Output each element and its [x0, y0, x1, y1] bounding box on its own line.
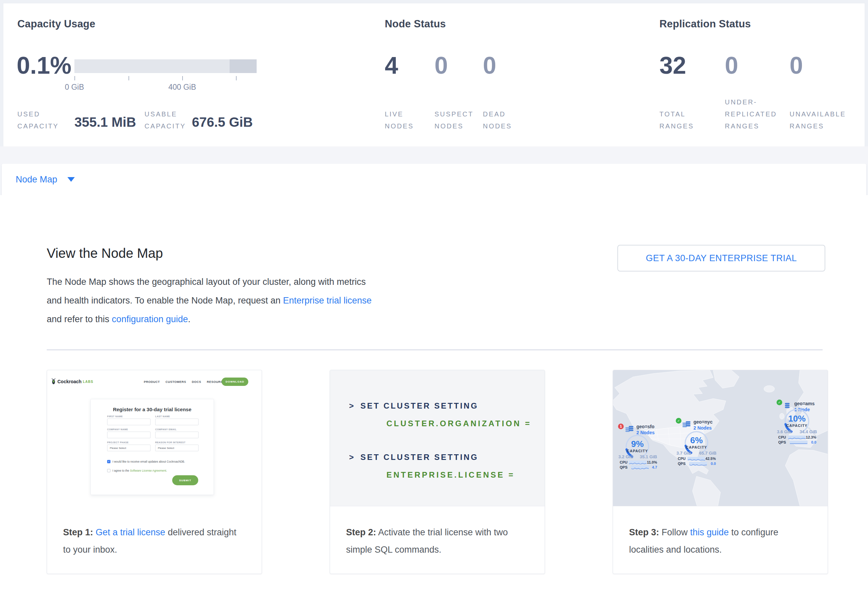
- total-ranges-label-line2: RANGES: [660, 120, 694, 132]
- under-replicated-ranges-count: 0: [725, 53, 738, 77]
- configuration-guide-link[interactable]: configuration guide: [112, 314, 188, 324]
- under-replicated-label-line2: REPLICATED: [725, 108, 777, 120]
- qps-stat-row: QPS 0.0: [678, 462, 716, 466]
- view-selector-label: Node Map: [16, 174, 58, 185]
- section-divider: [47, 350, 822, 350]
- suspect-nodes-label-line1: SUSPECT: [434, 108, 474, 120]
- step3-card: 1 geo=sfo 2 Nodes 9% CAPACITY 3.2 GiB 35…: [613, 370, 828, 574]
- reason-for-interest-select: Please Select: [155, 444, 199, 451]
- last-name-input: [155, 419, 199, 425]
- healthy-badge-icon: ✓: [776, 400, 782, 405]
- mini-submit-button: SUBMIT: [172, 475, 198, 485]
- qps-stat-row: QPS 4.7: [620, 465, 657, 469]
- cpu-label: CPU: [678, 456, 688, 461]
- qps-label: QPS: [678, 462, 689, 466]
- agreement-text: I agree to the: [112, 469, 130, 472]
- field-reason-for-interest: REASON FOR INTEREST Please Select: [155, 441, 199, 451]
- dead-nodes-count: 0: [483, 53, 496, 77]
- step2-label: Step 2:: [346, 527, 376, 537]
- replication-status-title: Replication Status: [660, 18, 751, 30]
- capacity-axis-label-400: 400 GiB: [155, 83, 209, 92]
- capacity-percent: 6%: [686, 435, 707, 446]
- field-label: COMPANY EMAIL: [155, 428, 199, 431]
- empty-checkbox-icon: [107, 469, 111, 472]
- step3-caption: Step 3: Follow this guide to configure l…: [613, 506, 828, 558]
- step1-text-pre: [93, 527, 96, 537]
- sql-arg-1: CLUSTER.ORGANIZATION =: [387, 419, 531, 428]
- form-fields-grid: FIRST NAME LAST NAME COMPANY NAME COMPAN…: [107, 415, 199, 451]
- license-agreement-label: I agree to the Software License Agreemen…: [112, 469, 167, 472]
- total-ranges-label-line1: TOTAL: [660, 108, 694, 120]
- unavailable-label-line2: RANGES: [790, 120, 846, 132]
- used-gib: 3.6 GiB: [777, 429, 792, 434]
- healthy-badge-icon: ✓: [676, 418, 682, 424]
- cpu-value: 11.0%: [647, 460, 657, 464]
- usable-capacity-label-line2: CAPACITY: [145, 120, 186, 132]
- unavailable-ranges-count: 0: [790, 53, 803, 77]
- node-map-promo-section: View the Node Map The Node Map shows the…: [0, 195, 868, 593]
- chevron-down-icon: [67, 177, 75, 182]
- suspect-nodes-count: 0: [434, 53, 448, 77]
- capacity-axis-tick: [74, 76, 75, 80]
- email-updates-checkbox-row: ✓ I would like to receive email updates …: [107, 460, 185, 463]
- capacity-used-percent: 0.1%: [17, 53, 71, 77]
- field-first-name: FIRST NAME: [107, 415, 151, 425]
- capacity-axis-tick: [182, 76, 183, 80]
- view-selector-area: Node Map: [0, 164, 868, 195]
- brand-text: Cockroach: [58, 379, 81, 384]
- cpu-stat-row: CPU 11.0%: [620, 460, 657, 464]
- view-selector-dropdown[interactable]: Node Map: [1, 164, 867, 195]
- capacity-label: CAPACITY: [683, 445, 710, 449]
- locality-name: geo=sfo: [636, 424, 654, 429]
- qps-sparkline: [790, 441, 807, 444]
- dead-nodes-label-line2: NODES: [483, 120, 512, 132]
- usable-capacity-label: USABLE CAPACITY: [145, 108, 186, 132]
- company-email-input: [155, 431, 199, 438]
- capacity-bar-nonusable-segment: [230, 59, 257, 73]
- capacity-axis-tick: [236, 76, 236, 80]
- summary-wrap: Capacity Usage 0.1% 0 GiB 400 GiB USED C…: [0, 3, 868, 146]
- database-nodes-icon: [682, 420, 691, 428]
- qps-value: 0.0: [711, 462, 716, 466]
- total-gib: 65.7 GiB: [699, 450, 716, 456]
- field-company-name: COMPANY NAME: [107, 428, 151, 438]
- get-trial-license-link[interactable]: Get a trial license: [96, 527, 165, 537]
- suspect-nodes-label-line2: NODES: [434, 120, 474, 132]
- dead-nodes-label-line1: DEAD: [483, 108, 512, 120]
- capacity-percent: 10%: [787, 413, 807, 424]
- company-name-input: [107, 431, 151, 438]
- sql-cmd-1: SET CLUSTER SETTING: [360, 401, 478, 410]
- capacity-label: CAPACITY: [784, 424, 810, 428]
- cpu-sparkline: [688, 457, 706, 461]
- nav-item-product: PRODUCT: [144, 380, 160, 384]
- database-nodes-icon: [625, 425, 634, 433]
- field-label: LAST NAME: [155, 415, 199, 418]
- cpu-label: CPU: [778, 435, 788, 439]
- live-nodes-label: LIVE NODES: [385, 108, 414, 132]
- project-phase-select: Please Select: [107, 444, 151, 451]
- brand-suffix-text: LABS: [83, 380, 93, 384]
- total-ranges-label: TOTAL RANGES: [660, 108, 694, 132]
- cluster-summary-panel: Capacity Usage 0.1% 0 GiB 400 GiB USED C…: [3, 3, 865, 146]
- under-replicated-label-line1: UNDER-: [725, 96, 777, 108]
- step1-label: Step 1:: [63, 527, 93, 537]
- capacity-bar: 0 GiB 400 GiB: [74, 59, 257, 73]
- qps-stat-row: QPS 0.0: [778, 440, 816, 444]
- description-text-3: .: [188, 314, 190, 324]
- live-nodes-label-line1: LIVE: [385, 108, 414, 120]
- field-project-phase: PROJECT PHASE Please Select: [107, 441, 151, 451]
- sql-prompt-icon: >: [349, 453, 355, 462]
- description-text-2: and refer to this: [47, 314, 112, 324]
- step1-caption: Step 1: Get a trial license delivered st…: [47, 506, 262, 558]
- email-updates-label: I would like to receive email updates ab…: [112, 460, 185, 463]
- enterprise-trial-license-link[interactable]: Enterprise trial license: [283, 296, 372, 306]
- locality-name: geo=nyc: [694, 419, 713, 425]
- field-label: REASON FOR INTEREST: [155, 441, 199, 444]
- cpu-label: CPU: [620, 460, 629, 464]
- enterprise-trial-button[interactable]: GET A 30-DAY ENTERPRISE TRIAL: [617, 245, 825, 271]
- step2-card: >SET CLUSTER SETTING CLUSTER.ORGANIZATIO…: [330, 370, 545, 574]
- this-guide-link[interactable]: this guide: [690, 527, 729, 537]
- step1-card: Cockroach LABS PRODUCT CUSTOMERS DOCS RE…: [47, 370, 262, 574]
- cockroach-bug-icon: [51, 378, 56, 385]
- qps-value: 0.0: [811, 440, 816, 444]
